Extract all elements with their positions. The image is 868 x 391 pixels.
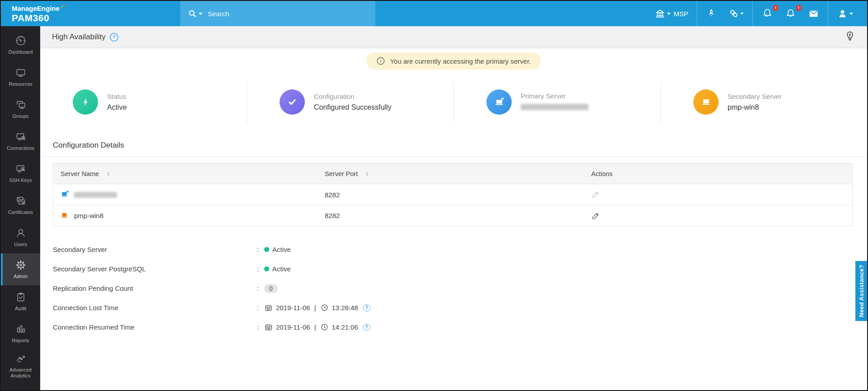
sidebar-item-label: Users bbox=[14, 242, 27, 247]
table-row: pmp-win8 8282 bbox=[53, 205, 852, 226]
organization-icon[interactable]: MSP bbox=[649, 1, 694, 26]
sidebar-item-label: Dashboard bbox=[9, 49, 33, 55]
detail-row-connection-resumed: Connection Resumed Time : 2019-11-06 | 1… bbox=[53, 317, 854, 337]
sidebar-item-advanced-analytics[interactable]: Advanced Analytics bbox=[1, 349, 40, 382]
link-icon[interactable] bbox=[723, 1, 750, 26]
search-bar[interactable] bbox=[180, 1, 375, 26]
detail-label: Replication Pending Count bbox=[53, 284, 257, 292]
top-icon-group: MSP ! ! bbox=[649, 1, 867, 26]
brand-line2: PAM360 bbox=[12, 13, 180, 23]
sort-icon[interactable] bbox=[366, 172, 369, 176]
mail-icon[interactable] bbox=[802, 1, 825, 26]
help-icon[interactable]: ? bbox=[363, 304, 370, 312]
audit-icon bbox=[15, 291, 27, 303]
main-content: High Availability ? You are currently ac… bbox=[40, 26, 867, 391]
edit-icon[interactable] bbox=[591, 211, 600, 220]
search-input[interactable] bbox=[208, 10, 352, 18]
section-title: Configuration Details bbox=[53, 141, 867, 150]
page-title: High Availability bbox=[52, 33, 106, 42]
pipe-separator: | bbox=[314, 323, 316, 331]
logo-swoosh-icon bbox=[61, 4, 66, 9]
col-actions: Actions bbox=[591, 170, 613, 177]
msp-label: MSP bbox=[673, 10, 688, 18]
sidebar-item-reports[interactable]: Reports bbox=[1, 317, 40, 349]
card-label: Primary Server bbox=[521, 92, 588, 100]
alert-star-icon[interactable]: ! bbox=[756, 1, 779, 26]
check-icon bbox=[280, 89, 305, 115]
card-label: Status bbox=[107, 93, 127, 100]
sidebar-item-groups[interactable]: Groups bbox=[1, 93, 40, 125]
pipe-separator: | bbox=[314, 304, 316, 312]
ssh-keys-icon bbox=[15, 163, 27, 175]
need-assistance-tab[interactable]: Need Assistance? bbox=[855, 261, 867, 321]
card-secondary-server: Secondary Server pmp-win8 bbox=[660, 81, 867, 123]
status-cards: Status Active Configuration Configured S… bbox=[40, 81, 867, 123]
page-header-bar: High Availability ? bbox=[40, 26, 867, 48]
card-primary-server: Primary Server bbox=[453, 81, 660, 123]
notification-badge: ! bbox=[796, 5, 801, 11]
detail-label: Connection Resumed Time bbox=[53, 323, 257, 331]
sidebar-item-resources[interactable]: Resources bbox=[1, 61, 40, 93]
table-header-row: Server Name Server Port Actions bbox=[53, 163, 852, 184]
table-row: 8282 bbox=[53, 184, 852, 205]
reports-icon bbox=[15, 323, 27, 335]
card-configuration: Configuration Configured Successfully bbox=[247, 81, 453, 123]
advanced-analytics-icon bbox=[15, 353, 27, 364]
card-value: pmp-win8 bbox=[728, 103, 782, 112]
users-icon bbox=[15, 227, 27, 239]
search-icon[interactable] bbox=[187, 9, 202, 19]
clock-icon bbox=[320, 303, 329, 312]
edit-icon[interactable] bbox=[591, 190, 600, 199]
status-value: Active bbox=[272, 246, 291, 253]
server-port: 8282 bbox=[325, 191, 340, 199]
card-label: Secondary Server bbox=[728, 93, 782, 100]
time-value: 14:21:06 bbox=[332, 323, 358, 331]
brand-line1: ManageEngine bbox=[12, 5, 60, 12]
colon: : bbox=[257, 246, 264, 253]
card-value: Configured Successfully bbox=[314, 103, 392, 112]
help-icon[interactable]: ? bbox=[363, 324, 370, 331]
sidebar-item-dashboard[interactable]: Dashboard bbox=[1, 29, 40, 61]
server-name: pmp-win8 bbox=[74, 212, 103, 219]
sidebar-item-connections[interactable]: Connections bbox=[1, 125, 40, 157]
user-icon[interactable] bbox=[831, 1, 859, 26]
date-value: 2019-11-06 bbox=[276, 304, 310, 312]
date-value: 2019-11-06 bbox=[276, 323, 310, 331]
sidebar-item-label: Certificates bbox=[8, 209, 33, 215]
sidebar-item-label: Audit bbox=[15, 306, 26, 312]
sidebar-item-users[interactable]: Users bbox=[1, 221, 40, 253]
certificates-icon bbox=[15, 195, 27, 207]
detail-label: Secondary Server PostgreSQL bbox=[53, 265, 257, 273]
clock-icon bbox=[320, 323, 329, 331]
connections-icon bbox=[15, 131, 27, 143]
sidebar-item-label: Admin bbox=[14, 274, 28, 279]
status-dot bbox=[264, 266, 269, 271]
time-value: 13:26:48 bbox=[332, 304, 358, 312]
sidebar-item-ssh-keys[interactable]: SSH Keys bbox=[1, 157, 40, 189]
divider bbox=[752, 1, 753, 26]
alert-bell-icon[interactable]: ! bbox=[779, 1, 802, 26]
help-icon[interactable]: ? bbox=[110, 33, 118, 42]
card-status: Status Active bbox=[40, 81, 247, 123]
groups-icon bbox=[15, 99, 27, 111]
sidebar-item-audit[interactable]: Audit bbox=[1, 285, 40, 317]
admin-gear-icon bbox=[15, 259, 27, 271]
sidebar-item-certificates[interactable]: Certificates bbox=[1, 189, 40, 221]
sidebar-item-admin[interactable]: Admin bbox=[1, 253, 40, 285]
laptop-icon bbox=[693, 89, 719, 115]
detail-row-connection-lost: Connection Lost Time : 2019-11-06 | 13:2… bbox=[53, 298, 854, 317]
laptop-primary-icon bbox=[61, 190, 70, 199]
lightbulb-icon[interactable] bbox=[845, 30, 855, 44]
rocket-icon[interactable] bbox=[700, 1, 723, 26]
sort-icon[interactable] bbox=[107, 172, 110, 176]
card-label: Configuration bbox=[314, 93, 392, 100]
laptop-icon bbox=[61, 211, 70, 220]
sidebar-nav: Dashboard Resources Groups Connections S… bbox=[1, 26, 40, 391]
sidebar-item-label: Advanced Analytics bbox=[4, 367, 37, 378]
status-details: Secondary Server : Active Secondary Serv… bbox=[53, 240, 854, 337]
detail-label: Connection Lost Time bbox=[53, 304, 257, 312]
detail-row-secondary-postgresql: Secondary Server PostgreSQL : Active bbox=[53, 259, 854, 279]
brand-logo[interactable]: ManageEngine PAM360 bbox=[1, 1, 180, 26]
need-assistance-label: Need Assistance? bbox=[858, 265, 865, 317]
colon: : bbox=[257, 265, 264, 273]
